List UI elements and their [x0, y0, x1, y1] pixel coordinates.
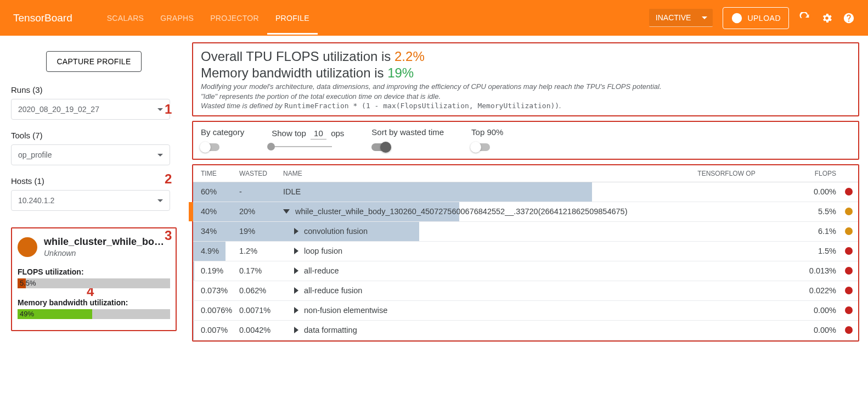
cell-name: all-reduce fusion — [283, 286, 798, 295]
annotation-1: 1 — [165, 102, 172, 117]
upload-icon — [731, 12, 743, 24]
hosts-label: Hosts (1) — [11, 176, 177, 186]
overall-mem-value: 19% — [387, 65, 414, 80]
cell-time: 0.007% — [201, 326, 239, 334]
table-row[interactable]: 34%19%convolution fusion6.1% — [193, 222, 858, 242]
expand-icon[interactable] — [294, 228, 298, 234]
tools-select[interactable]: op_profile — [11, 144, 170, 165]
overall-flops-line: Overall TPU FLOPS utilization is 2.2% — [201, 49, 850, 64]
mem-util-value: 49% — [20, 309, 34, 319]
table-row[interactable]: 0.19%0.17%all-reduce0.013% — [193, 261, 858, 281]
show-top-value[interactable]: 10 — [311, 127, 326, 139]
status-dot — [845, 326, 853, 334]
cell-wasted: 0.17% — [239, 266, 283, 275]
top90-toggle[interactable] — [471, 143, 490, 151]
cell-wasted: 20% — [239, 207, 283, 216]
cell-wasted: 0.062% — [239, 286, 283, 295]
tab-projector[interactable]: PROJECTOR — [202, 2, 267, 35]
cell-flops: 0.00% — [798, 326, 836, 334]
inactive-select[interactable]: INACTIVE — [649, 9, 713, 27]
hosts-select[interactable]: 10.240.1.2 — [11, 190, 170, 211]
cell-time: 0.073% — [201, 286, 239, 295]
header-tabs: SCALARS GRAPHS PROJECTOR PROFILE — [99, 2, 318, 35]
refresh-icon[interactable] — [799, 12, 811, 24]
table-row[interactable]: 4.9%1.2%loop fusion1.5% — [193, 242, 858, 261]
expand-icon[interactable] — [294, 267, 298, 274]
cell-wasted: 19% — [239, 227, 283, 236]
cell-wasted: 1.2% — [239, 247, 283, 255]
main-content: Overall TPU FLOPS utilization is 2.2% Me… — [188, 36, 868, 353]
sort-wasted-toggle[interactable] — [371, 143, 390, 151]
tab-profile[interactable]: PROFILE — [267, 2, 318, 35]
mem-util-bar: 49% — [18, 309, 170, 319]
expand-icon[interactable] — [294, 248, 298, 254]
gear-icon[interactable] — [821, 12, 833, 24]
collapse-icon[interactable] — [283, 209, 290, 214]
cell-wasted: 0.0042% — [239, 326, 283, 334]
status-dot — [845, 306, 853, 314]
flops-util-label: FLOPS utilization: — [18, 267, 170, 276]
show-top-label: Show top 10 ops — [272, 127, 344, 139]
cell-name: loop fusion — [283, 247, 798, 255]
tab-graphs[interactable]: GRAPHS — [152, 2, 202, 35]
tools-label: Tools (7) — [11, 131, 177, 140]
tab-scalars[interactable]: SCALARS — [99, 2, 152, 35]
overall-mem-line: Memory bandwidth utilization is 19% — [201, 65, 850, 81]
table-row[interactable]: 0.007%0.0042%data formatting0.00% — [193, 321, 858, 340]
cell-time: 4.9% — [201, 247, 239, 255]
th-flops: FLOPS — [798, 170, 836, 177]
expand-icon[interactable] — [294, 287, 298, 294]
upload-button[interactable]: UPLOAD — [723, 7, 789, 29]
th-op: TENSORFLOW OP — [655, 170, 798, 177]
cell-name: data formatting — [283, 326, 798, 334]
sidebar: CAPTURE PROFILE Runs (3) 2020_08_20_19_0… — [0, 36, 188, 353]
table-row[interactable]: 0.073%0.062%all-reduce fusion0.022% — [193, 281, 858, 301]
flops-util-value: 5.5% — [20, 278, 36, 288]
status-dot — [845, 247, 853, 255]
brand-title: TensorBoard — [13, 12, 72, 24]
show-top-slider[interactable] — [272, 146, 344, 147]
overall-flops-value: 2.2% — [394, 49, 425, 64]
capture-profile-button[interactable]: CAPTURE PROFILE — [46, 51, 141, 72]
cell-name: while_cluster_while_body_130260_45072756… — [283, 207, 798, 216]
mem-util-label: Memory bandwidth utilization: — [18, 298, 170, 307]
table-header: TIME WASTED NAME TENSORFLOW OP FLOPS — [193, 165, 858, 182]
cell-flops: 0.00% — [798, 306, 836, 315]
by-category-toggle[interactable] — [201, 143, 219, 151]
details-panel: while_cluster_while_body_130 Unknown FLO… — [11, 227, 177, 331]
app-header: TensorBoard SCALARS GRAPHS PROJECTOR PRO… — [0, 0, 868, 36]
header-right: INACTIVE UPLOAD — [649, 7, 855, 29]
runs-select[interactable]: 2020_08_20_19_02_27 — [11, 99, 170, 120]
sort-wasted-label: Sort by wasted time — [371, 127, 444, 137]
cell-time: 60% — [201, 187, 239, 196]
cell-name: convolution fusion — [283, 227, 798, 236]
expand-icon[interactable] — [294, 327, 298, 333]
overview-panel: Overall TPU FLOPS utilization is 2.2% Me… — [192, 42, 859, 116]
top90-label: Top 90% — [471, 127, 503, 137]
controls-panel: By category Show top 10 ops Sort by wast… — [192, 121, 859, 160]
cell-flops: 0.022% — [798, 286, 836, 295]
cell-wasted: - — [239, 187, 283, 196]
runs-label: Runs (3) — [11, 85, 177, 94]
hint-2: "Idle" represents the portion of the tot… — [201, 92, 850, 102]
status-dot — [845, 227, 853, 235]
details-subtitle: Unknown — [44, 249, 170, 258]
th-wasted: WASTED — [239, 170, 283, 177]
by-category-label: By category — [201, 127, 244, 137]
cell-name: non-fusion elementwise — [283, 306, 798, 315]
status-dot — [845, 267, 853, 275]
cell-flops: 0.013% — [798, 266, 836, 275]
help-icon[interactable] — [843, 12, 855, 24]
status-dot — [845, 287, 853, 294]
details-color-circle — [18, 237, 37, 257]
upload-label: UPLOAD — [747, 14, 781, 23]
table-row[interactable]: 40%20%while_cluster_while_body_130260_45… — [193, 202, 858, 222]
status-dot — [845, 188, 853, 195]
table-row[interactable]: 60%-IDLE0.00% — [193, 182, 858, 202]
table-row[interactable]: 0.0076%0.0071%non-fusion elementwise0.00… — [193, 301, 858, 321]
cell-time: 0.19% — [201, 266, 239, 275]
op-table: TIME WASTED NAME TENSORFLOW OP FLOPS 60%… — [192, 164, 859, 342]
annotation-2: 2 — [165, 171, 172, 187]
th-name: NAME — [283, 170, 655, 177]
expand-icon[interactable] — [294, 307, 298, 314]
